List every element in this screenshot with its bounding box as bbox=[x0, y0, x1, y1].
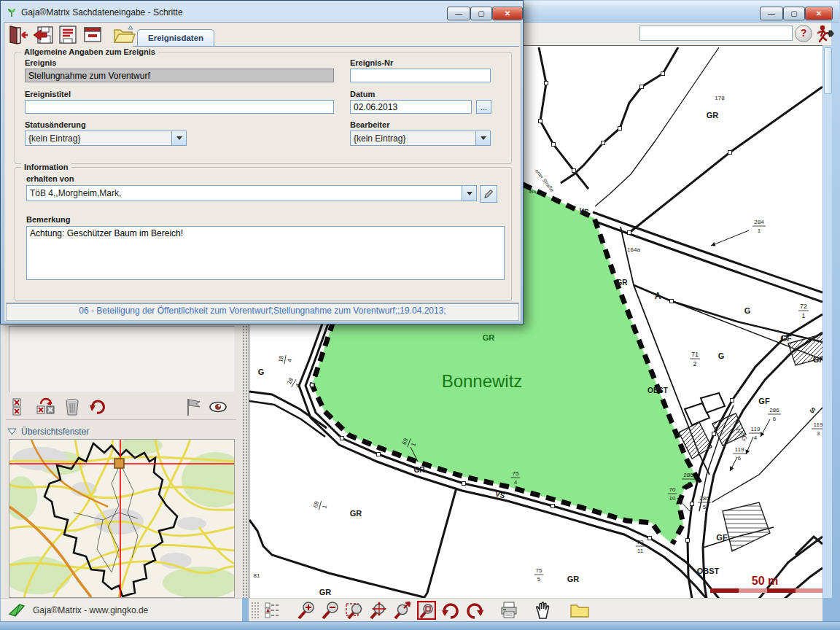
tab-label: Ereignisdaten bbox=[148, 34, 203, 42]
group1-legend: Allgemeine Angaben zum Ereignis bbox=[21, 47, 158, 56]
chevron-down-icon[interactable] bbox=[462, 186, 476, 201]
svg-text:71: 71 bbox=[691, 351, 699, 358]
svg-text:2: 2 bbox=[693, 360, 696, 368]
app-minimize-button[interactable]: — bbox=[760, 7, 783, 20]
save-icon[interactable] bbox=[57, 24, 79, 45]
svg-text:284: 284 bbox=[754, 219, 764, 225]
zoom-rectangle-icon[interactable] bbox=[345, 601, 364, 620]
view-next-icon[interactable] bbox=[465, 601, 484, 620]
overview-panel-header[interactable]: Übersichtsfenster bbox=[7, 425, 235, 438]
undo-icon[interactable] bbox=[88, 397, 106, 416]
svg-text:1: 1 bbox=[758, 228, 761, 234]
statusaenderung-combo[interactable]: {kein Eintrag} bbox=[25, 131, 187, 146]
svg-text:18: 18 bbox=[286, 376, 295, 386]
pencil-icon bbox=[483, 188, 494, 200]
svg-text:6: 6 bbox=[738, 455, 742, 462]
scrollbar-thumb[interactable] bbox=[824, 47, 832, 94]
map-label: GR bbox=[813, 355, 822, 364]
map-label: 721 bbox=[798, 303, 809, 319]
exit-door-icon[interactable] bbox=[7, 24, 29, 45]
svg-text:GR: GR bbox=[567, 575, 580, 583]
pan-zoom-icon[interactable] bbox=[369, 601, 388, 620]
datum-picker-button[interactable]: ... bbox=[476, 100, 491, 114]
svg-text:OBST: OBST bbox=[648, 386, 668, 394]
edit-contact-button[interactable] bbox=[480, 185, 497, 203]
map-label: GF bbox=[758, 397, 770, 405]
map-label: 81 bbox=[254, 572, 260, 579]
chevron-down-icon[interactable] bbox=[475, 131, 490, 145]
ereignis-label: Ereignis bbox=[25, 58, 56, 67]
delete-record-icon[interactable] bbox=[82, 24, 104, 45]
print-icon[interactable] bbox=[499, 601, 518, 620]
bearbeiter-combo[interactable]: {kein Eintrag} bbox=[350, 131, 491, 146]
tab-ereignisdaten[interactable]: Ereignisdaten bbox=[137, 29, 214, 46]
map-label: 178 bbox=[715, 95, 725, 101]
map-vertical-scrollbar[interactable] bbox=[822, 46, 832, 598]
building-hatched bbox=[723, 502, 770, 551]
zoom-last-icon[interactable] bbox=[393, 601, 412, 620]
erhalten-von-combo[interactable]: TöB 4,,Morgheim,Mark, bbox=[26, 185, 477, 201]
svg-text:70: 70 bbox=[637, 539, 644, 545]
view-previous-icon[interactable] bbox=[441, 601, 460, 620]
map-label: orter Straße bbox=[534, 168, 556, 193]
toolbar-grip[interactable] bbox=[251, 602, 259, 619]
map-label: A bbox=[655, 291, 661, 301]
zoom-in-icon[interactable] bbox=[297, 601, 316, 620]
ereignistitel-field[interactable] bbox=[25, 100, 334, 114]
ereignis-field[interactable] bbox=[25, 69, 334, 82]
visibility-eye-icon[interactable] bbox=[209, 397, 228, 416]
dialog-toolbar: Ereignisdaten bbox=[4, 23, 519, 46]
map-label: GR bbox=[319, 588, 332, 596]
map-label: VS bbox=[578, 206, 589, 216]
exit-runner-icon[interactable] bbox=[814, 24, 836, 44]
svg-text:GR: GR bbox=[319, 588, 332, 596]
map-label: 691 bbox=[312, 499, 330, 513]
group2-legend: Information bbox=[21, 163, 71, 171]
app-status-text: Gaja®Matrix - www.gingko.de bbox=[33, 605, 148, 615]
save-and-back-icon[interactable] bbox=[32, 24, 54, 45]
svg-text:Bonnewitz: Bonnewitz bbox=[442, 371, 523, 391]
collapse-triangle-icon[interactable] bbox=[7, 428, 17, 435]
app-maximize-button[interactable]: ▢ bbox=[783, 7, 805, 20]
app-close-button[interactable]: ✕ bbox=[805, 7, 833, 20]
select-all-icon[interactable] bbox=[10, 397, 29, 416]
dialog-close-button[interactable]: ✕ bbox=[492, 7, 523, 20]
dialog-minimize-button[interactable]: — bbox=[447, 7, 470, 20]
overview-map[interactable] bbox=[9, 439, 235, 598]
map-toolbar bbox=[249, 598, 822, 621]
map-label: GR bbox=[414, 466, 426, 474]
map-label: 7011 bbox=[636, 539, 645, 554]
open-folder-icon[interactable] bbox=[569, 601, 591, 620]
flag-icon[interactable] bbox=[184, 397, 203, 416]
search-input[interactable] bbox=[639, 26, 793, 41]
svg-text:GR: GR bbox=[813, 355, 822, 364]
ereignis-nr-field[interactable] bbox=[350, 69, 491, 82]
bemerkung-textarea[interactable]: Achtung: Geschützer Baum im Bereich! bbox=[26, 226, 505, 280]
help-icon[interactable]: ? bbox=[795, 25, 812, 42]
svg-text:81: 81 bbox=[254, 572, 260, 579]
svg-text:119: 119 bbox=[751, 426, 761, 432]
dialog-titlebar[interactable]: Gaja®Matrix Sachdateneingabe - Schritte … bbox=[4, 3, 520, 22]
chevron-down-icon[interactable] bbox=[171, 131, 186, 145]
pan-hand-icon[interactable] bbox=[534, 601, 553, 620]
svg-text:GR: GR bbox=[707, 111, 719, 120]
svg-text:119: 119 bbox=[735, 446, 744, 453]
svg-text:72: 72 bbox=[800, 303, 807, 310]
map-label: OBST bbox=[697, 567, 720, 575]
zoom-full-extent-icon[interactable] bbox=[417, 601, 436, 620]
map-label: 712 bbox=[690, 351, 700, 368]
ereignis-nr-label: Ereignis-Nr bbox=[350, 58, 393, 67]
datum-field[interactable] bbox=[350, 100, 472, 114]
selection-list[interactable] bbox=[9, 326, 235, 392]
invert-selection-icon[interactable] bbox=[35, 397, 57, 416]
dialog-maximize-button[interactable]: ▢ bbox=[470, 7, 492, 20]
svg-text:50 m: 50 m bbox=[752, 575, 778, 587]
datum-label: Datum bbox=[350, 90, 375, 98]
layer-legend-icon[interactable] bbox=[264, 601, 283, 620]
delete-trash-icon[interactable] bbox=[63, 397, 82, 416]
bearbeiter-value: {kein Eintrag} bbox=[351, 133, 475, 144]
bearbeiter-label: Bearbeiter bbox=[350, 120, 389, 129]
zoom-out-icon[interactable] bbox=[321, 601, 340, 620]
svg-text:1: 1 bbox=[801, 312, 805, 319]
overview-panel-title: Übersichtsfenster bbox=[21, 427, 89, 437]
